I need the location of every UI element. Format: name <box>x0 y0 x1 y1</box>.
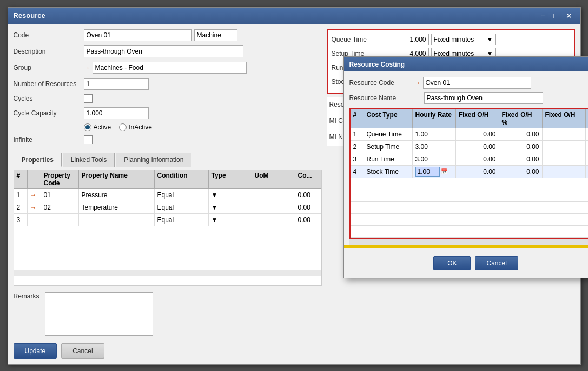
cell-condition-1: Equal <box>155 189 209 201</box>
update-button[interactable]: Update <box>14 343 57 359</box>
cell-code-2: 02 <box>41 201 79 213</box>
header-code: Property Code <box>41 170 79 188</box>
queue-time-label: Queue Time <box>332 36 386 43</box>
costing-cell-num-4: 4 <box>351 166 364 178</box>
costing-popup: Resource Costing Resource Code → Resourc… <box>343 56 589 278</box>
costing-cell-rate-4[interactable]: 📅 <box>413 166 456 178</box>
dropdown-arrow-2: ▼ <box>212 204 218 211</box>
costing-resource-code-label: Resource Code <box>349 79 414 87</box>
table-header: # Property Code Property Name Condition … <box>14 170 321 189</box>
cell-code-3 <box>41 214 79 226</box>
costing-table-row: 2 Setup Time 3.00 0.00 0.00 <box>351 141 589 153</box>
active-radio-group: Active InActive <box>84 123 152 131</box>
close-button[interactable]: ✕ <box>563 11 575 21</box>
cell-type-3[interactable]: ▼ <box>209 214 252 226</box>
costing-resource-name-label: Resource Name <box>349 94 414 102</box>
costing-resource-code-input[interactable] <box>423 77 531 89</box>
active-label: Active <box>94 123 111 131</box>
table-row: 2 → 02 Temperature Equal ▼ 0.00 <box>14 201 321 214</box>
cell-arrow-1: → <box>28 189 41 201</box>
remarks-textarea[interactable] <box>45 292 153 336</box>
costing-empty-row <box>351 190 589 202</box>
header-condition: Condition <box>155 170 209 188</box>
cell-condition-2: Equal <box>155 201 209 213</box>
costing-cell-rate-1: 1.00 <box>413 128 456 140</box>
costing-cell-num-1: 1 <box>351 128 364 140</box>
maximize-button[interactable]: □ <box>550 11 562 21</box>
num-resources-row: Number of Resources <box>14 78 322 90</box>
table-scrollbar[interactable] <box>14 270 321 276</box>
row-arrow-icon-2: → <box>30 204 37 211</box>
type-input[interactable] <box>194 29 237 41</box>
cycle-capacity-input[interactable] <box>84 107 149 119</box>
queue-time-input[interactable] <box>386 34 429 45</box>
cell-type-2[interactable]: ▼ <box>209 201 252 213</box>
costing-table: # Cost Type Hourly Rate Fixed O/H Fixed … <box>351 109 589 238</box>
inactive-radio[interactable]: InActive <box>119 123 152 131</box>
costing-header-fixed-oh2: Fixed O/H <box>543 109 586 128</box>
costing-code-arrow-icon: → <box>414 79 421 87</box>
header-arrow <box>28 170 41 188</box>
remarks-section: Remarks <box>14 292 322 336</box>
cell-val-2: 0.00 <box>295 201 321 213</box>
costing-cell-fixedoh-4 <box>543 166 586 178</box>
group-row: Group → <box>14 62 322 74</box>
costing-yellow-line <box>344 245 589 248</box>
cell-uom-2 <box>252 201 295 213</box>
costing-table-row: 4 Stock Time 📅 0.00 0.00 <box>351 166 589 178</box>
code-input[interactable] <box>84 29 192 41</box>
cancel-button[interactable]: Cancel <box>61 343 104 359</box>
costing-scrollbar[interactable] <box>349 239 589 245</box>
costing-cell-type-1: Queue Time <box>364 128 413 140</box>
queue-time-unit-select[interactable]: Fixed minutes ▼ <box>431 34 496 45</box>
infinite-checkbox[interactable] <box>84 135 93 144</box>
cell-type-1[interactable]: ▼ <box>209 189 252 201</box>
group-input[interactable] <box>93 62 247 74</box>
header-num: # <box>14 170 28 188</box>
queue-time-dropdown-icon: ▼ <box>487 36 493 43</box>
costing-calendar-icon-4[interactable]: 📅 <box>441 168 447 174</box>
costing-cancel-button[interactable]: Cancel <box>475 256 518 270</box>
description-input[interactable] <box>84 45 243 57</box>
cell-arrow-2: → <box>28 201 41 213</box>
cell-uom-1 <box>252 189 295 201</box>
costing-table-wrapper: # Cost Type Hourly Rate Fixed O/H Fixed … <box>349 108 589 239</box>
num-resources-input[interactable] <box>84 78 149 90</box>
code-row: Code <box>14 29 322 41</box>
cell-name-1: Pressure <box>79 189 155 201</box>
left-panel: Code Description Group → Number of Resou… <box>14 29 322 359</box>
cell-val-1: 0.00 <box>295 189 321 201</box>
costing-cell-fixedoh-2 <box>543 141 586 153</box>
properties-table: # Property Code Property Name Condition … <box>14 170 322 286</box>
costing-cell-num-3: 3 <box>351 153 364 165</box>
costing-resource-code-row: Resource Code → <box>349 77 589 89</box>
costing-cell-fixed-2: 0.00 <box>456 141 499 153</box>
description-label: Description <box>14 48 84 55</box>
costing-empty-row <box>351 178 589 190</box>
active-radio-circle <box>84 123 91 131</box>
costing-cell-fixedoh-3 <box>543 153 586 165</box>
costing-cell-fixedoh-1 <box>543 128 586 140</box>
costing-table-row: 1 Queue Time 1.00 0.00 0.00 <box>351 128 589 141</box>
cycles-checkbox[interactable] <box>84 94 93 103</box>
tab-properties[interactable]: Properties <box>14 153 62 167</box>
active-radio[interactable]: Active <box>84 123 111 131</box>
queue-time-unit-label: Fixed minutes <box>434 36 474 43</box>
costing-resource-name-input[interactable] <box>424 92 543 104</box>
remarks-label: Remarks <box>14 292 39 300</box>
window-controls: − □ ✕ <box>537 11 575 21</box>
costing-cell-type-3: Run Time <box>364 153 413 165</box>
right-panel: Queue Time Fixed minutes ▼ Setup Time <box>327 29 575 359</box>
main-content: Code Description Group → Number of Resou… <box>8 24 580 364</box>
tab-linked-tools[interactable]: Linked Tools <box>63 153 115 167</box>
costing-ok-button[interactable]: OK <box>433 256 471 270</box>
costing-header-num: # <box>351 109 364 128</box>
costing-rate-input-4[interactable] <box>415 167 440 177</box>
minimize-button[interactable]: − <box>537 11 549 21</box>
cell-name-2: Temperature <box>79 201 155 213</box>
costing-cell-fixedpct-3: 0.00 <box>499 153 543 165</box>
tab-planning-information[interactable]: Planning Information <box>116 153 191 167</box>
cell-num-3: 3 <box>14 214 28 226</box>
header-uom: UoM <box>252 170 295 188</box>
active-row: Active InActive <box>14 123 322 131</box>
